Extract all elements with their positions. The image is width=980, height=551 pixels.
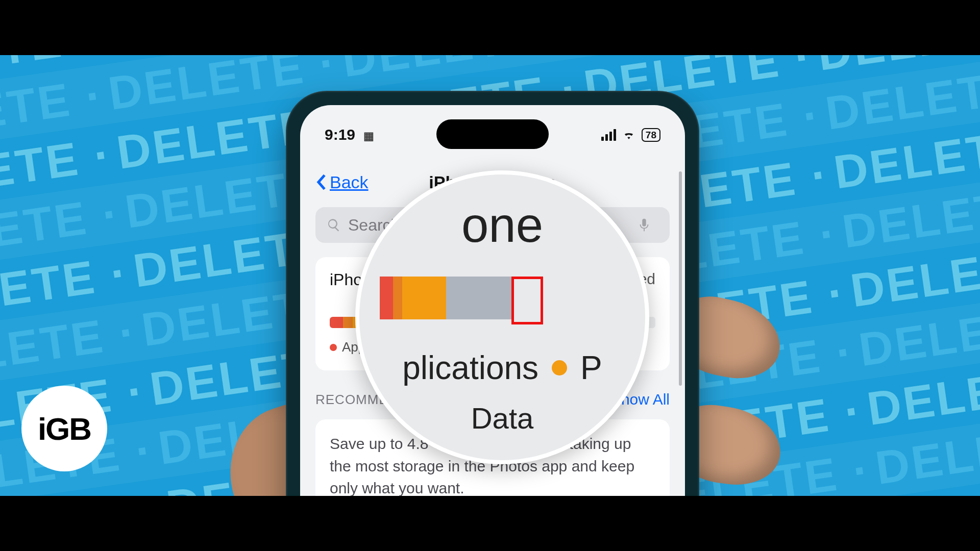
back-label: Back bbox=[330, 172, 369, 192]
storage-seg-apps bbox=[330, 317, 343, 328]
legend-dot-apps bbox=[330, 344, 337, 351]
magnifier-highlight-box bbox=[511, 277, 543, 324]
chevron-left-icon bbox=[315, 173, 327, 191]
search-icon bbox=[327, 218, 341, 232]
magnifier-legend-row: plications P bbox=[380, 349, 625, 387]
cellular-signal-icon bbox=[601, 129, 616, 141]
magnifier-text-one: one bbox=[380, 197, 625, 253]
status-time: 9:19 bbox=[325, 126, 355, 143]
wifi-icon bbox=[622, 128, 635, 141]
scroll-indicator bbox=[679, 171, 682, 386]
magnifier-callout: one plications P Data bbox=[355, 170, 649, 464]
status-bar: 9:19 ▦ 78 bbox=[300, 123, 685, 146]
dual-sim-icon: ▦ bbox=[363, 130, 374, 142]
battery-indicator: 78 bbox=[642, 128, 660, 142]
svg-rect-0 bbox=[642, 219, 646, 227]
storage-seg-media bbox=[343, 317, 353, 328]
igb-logo-badge: iGB bbox=[21, 386, 107, 471]
magnifier-storage-bar bbox=[380, 277, 625, 319]
igb-logo-text: iGB bbox=[38, 411, 91, 447]
magnifier-legend-dot-photos bbox=[552, 360, 567, 375]
back-button[interactable]: Back bbox=[315, 172, 369, 192]
magnifier-text-data: Data bbox=[380, 401, 625, 435]
microphone-icon[interactable] bbox=[637, 218, 651, 232]
magnifier-legend-apps: plications bbox=[402, 349, 538, 387]
magnifier-legend-photos: P bbox=[580, 349, 602, 387]
